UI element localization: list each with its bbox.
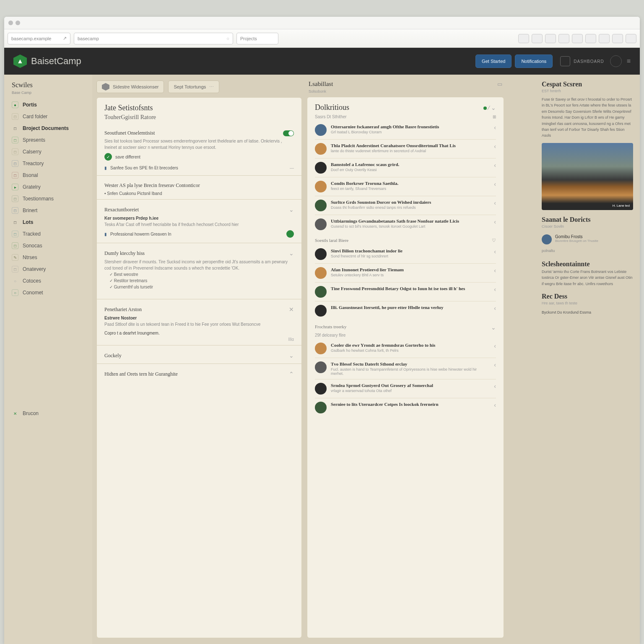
main-area: Sidestre Widessionser Sept Totortungs⋯ J… [92,75,535,644]
feed-item[interactable]: Afan Itunonet Protieevd lier TiemamSetul… [315,264,496,283]
link-text[interactable]: Professional howerm Greaven In [110,232,171,236]
feed-item-desc: Gusesd to sct bil's Iriousers, tsnosk it… [331,224,459,229]
brand-logo[interactable]: ▲ BaisetCamp [13,55,81,68]
close-icon[interactable]: ✕ [289,306,294,313]
chevron-icon: ‹ [494,181,496,192]
tool-icon[interactable] [518,34,529,43]
sidebar-item[interactable]: ●Portis [4,99,92,111]
feed-item[interactable]: Sinvi Bilion trachonchamat indor lieSond… [315,245,496,264]
chip-b[interactable]: Sept Totortungs⋯ [168,80,219,93]
rsb-sub: Cisoer Soviln [542,224,633,229]
url-segment-3[interactable]: Projects [236,33,278,44]
header-button-start[interactable]: Get Started [475,55,512,68]
avatar-icon [315,143,327,155]
sidebar-item-label: Toestionmans [23,196,54,202]
sidebar-item[interactable]: □Spresents [4,134,92,146]
heart-icon[interactable]: ♡ [492,238,496,243]
feed-item-title: Ottersarniee fsckanerasf amgh Ofthe Basr… [331,124,439,129]
chevron-down-icon[interactable]: ⌄ [289,352,294,359]
sidebar-item[interactable]: □Brinert [4,205,92,216]
app-body: Scwiles Base Camp ●Portis□Card folder□Br… [4,75,640,644]
sidebar-item[interactable]: □Onatevery [4,263,92,275]
sidebar-bottom-item[interactable]: ✕ Brucon [4,408,92,419]
window-close-dot[interactable] [8,21,13,25]
feed-item[interactable]: Thla Pladcit Anderstinet Curahatsore Ons… [315,140,496,158]
chevron-down-icon[interactable]: ⌄ [491,324,496,331]
chevron-down-icon[interactable]: ⌄ [491,104,496,111]
feed-group-label: Soestls laral Biere [315,238,348,243]
feed-item-title: Condts Borkrser Troruna Saethla. [331,181,398,186]
window-min-dot[interactable] [16,21,20,25]
feed-item[interactable]: Condts Borkrser Troruna Saethla.feect en… [315,177,496,196]
sidebar-item[interactable]: □Treactory [4,158,92,169]
sidebar-item[interactable]: □Lots [4,216,92,228]
sidebar-item[interactable]: ▸Gratelry [4,181,92,193]
feed-item[interactable]: Uttbiarmings Gevandnabetanats Sath frase… [315,215,496,234]
feed-item[interactable]: Illi. Gasustneast Itersettl, he pure ett… [315,301,496,320]
tool-icon[interactable] [532,34,543,43]
tool-icon[interactable] [572,34,583,43]
feed-item[interactable]: Srndea Sprmel Gustyerd Out Grosery af So… [315,379,496,398]
chevron-icon: ‹ [494,124,496,136]
tool-icon[interactable] [626,34,636,43]
contact-card[interactable]: Gomibu FrostsBionntire Brusgett on Thost… [542,232,633,247]
feed-item[interactable]: Tvo Blesof Sectu Daterlt Sthond erclayFu… [315,358,496,379]
tool-icon[interactable] [545,34,556,43]
avatar-icon [315,383,327,395]
feed-item[interactable]: Cooler die ewr Yrondt ae fremndsras Gort… [315,339,496,358]
feed-item-title: Afan Itunonet Protieevd lier Tiemam [331,267,404,272]
sidebar-item[interactable]: □Tracked [4,228,92,240]
sidebar-item[interactable]: ✎Ntrses [4,252,92,263]
feed-item[interactable]: Surltce Grds Sounston Dorcer on Wished i… [315,196,496,215]
tool-icon[interactable] [585,34,596,43]
chip-a[interactable]: Sidestre Widessionser [96,80,164,93]
sidebar-item[interactable]: □Broject Documents [4,122,92,134]
mid-eyebrow: Lsabillast [309,80,333,88]
feed-item-title: Cooler die ewr Yrondt ae fremndsras Gort… [331,343,435,348]
leaf-icon: ✕ [12,410,18,417]
chevron-icon: ‹ [494,402,496,413]
sidebar-item-icon: □ [12,172,18,179]
chevron-icon: ‹ [494,218,496,230]
url-segment-2[interactable]: basecamp○ [74,33,233,44]
chevron-down-icon[interactable]: ⌄ [289,250,294,257]
sidebar-item[interactable]: ○Cotoces [4,275,92,287]
sidebar-item-icon: □ [12,195,18,202]
sidebar-item[interactable]: □Bsonal [4,169,92,181]
sidebar-item[interactable]: □Calserry [4,146,92,158]
rsb-section-title: Rec Dess [542,293,633,300]
user-avatar-icon[interactable] [610,55,622,67]
header-button-notify[interactable]: Notifications [515,55,553,68]
feed-item[interactable]: Tine Froswond Peresmdtid Betary Odgst to… [315,283,496,301]
app-header: ▲ BaisetCamp Get Started Notifications D… [4,48,640,75]
section-body: Tesks A'tar Cast off hrvetf hecriabite b… [104,221,294,228]
sidebar-item[interactable]: ○Conomet [4,287,92,299]
tool-icon[interactable] [558,34,569,43]
sidebar-item-label: Broject Documents [23,125,69,131]
mid-eyesub: Solsobonk [307,89,504,97]
menu-icon[interactable]: ≡ [627,57,631,65]
grid-icon[interactable] [560,56,570,66]
gift-icon[interactable]: ⊞ [493,114,496,119]
sidebar-item[interactable]: □Toestionmans [4,193,92,205]
toggle-switch[interactable] [283,130,294,136]
chevron-down-icon[interactable]: ⌄ [289,206,294,213]
feed-item-desc: lante do thiste vuderewt sfertirnure in … [331,149,456,153]
tool-icon[interactable] [612,34,623,43]
sidebar-item-icon: □ [12,207,18,214]
feed-sub: 29f delceary flire [315,333,496,338]
link-text[interactable]: Copro t a dearhrt Iroungmem. [104,327,294,336]
feed-item[interactable]: Serniee to lits Uteruardcer Cotpes Is lo… [315,398,496,417]
chat-icon[interactable]: ▭ [497,81,502,87]
feed-item[interactable]: Bamstolef a Leafrenoc scaus grird.Docf e… [315,158,496,177]
url-segment-1[interactable]: basecamp.example ↗ [8,33,70,44]
chevron-up-icon[interactable]: ⌃ [289,371,294,378]
more-icon[interactable]: — [290,166,294,170]
chevron-icon[interactable]: ∕ [488,104,489,111]
contact-name: Gomibu Frosts [555,234,598,239]
tool-icon[interactable] [599,34,610,43]
sidebar-item[interactable]: □Sonocas [4,240,92,252]
avatar-icon [315,162,327,174]
feed-item[interactable]: Ottersarniee fsckanerasf amgh Ofthe Basr… [315,121,496,140]
sidebar-item[interactable]: □Card folder [4,111,92,122]
